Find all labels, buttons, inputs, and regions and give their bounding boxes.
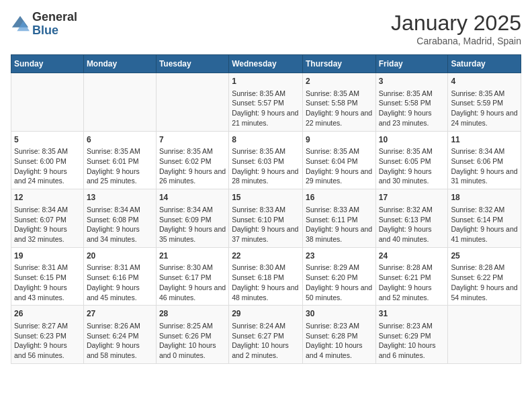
calendar-cell: 31Sunrise: 8:23 AMSunset: 6:29 PMDayligh… [375, 306, 448, 364]
calendar-cell [83, 73, 156, 132]
day-number: 19 [14, 250, 81, 262]
day-number: 21 [159, 250, 226, 262]
logo-text: General Blue [32, 11, 77, 38]
calendar-cell: 26Sunrise: 8:27 AMSunset: 6:23 PMDayligh… [11, 306, 84, 364]
calendar-cell: 18Sunrise: 8:32 AMSunset: 6:14 PMDayligh… [448, 189, 521, 248]
day-number: 26 [14, 308, 81, 320]
calendar-cell: 19Sunrise: 8:31 AMSunset: 6:15 PMDayligh… [11, 247, 84, 306]
day-info: Sunrise: 8:29 AMSunset: 6:20 PMDaylight:… [306, 263, 373, 302]
day-number: 4 [451, 76, 518, 87]
calendar-cell: 14Sunrise: 8:34 AMSunset: 6:09 PMDayligh… [156, 189, 228, 248]
calendar-cell: 6Sunrise: 8:35 AMSunset: 6:01 PMDaylight… [83, 131, 156, 189]
day-number: 14 [159, 192, 226, 203]
day-info: Sunrise: 8:34 AMSunset: 6:06 PMDaylight:… [451, 146, 518, 186]
calendar-cell [448, 306, 521, 364]
calendar-cell: 9Sunrise: 8:35 AMSunset: 6:04 PMDaylight… [302, 131, 375, 189]
calendar-cell: 3Sunrise: 8:35 AMSunset: 5:58 PMDaylight… [375, 73, 448, 132]
day-info: Sunrise: 8:35 AMSunset: 6:03 PMDaylight:… [232, 146, 300, 186]
day-number: 23 [306, 250, 373, 262]
day-number: 9 [306, 134, 373, 146]
header-sunday: Sunday [11, 55, 84, 73]
location: Carabana, Madrid, Spain [391, 36, 521, 46]
day-info: Sunrise: 8:34 AMSunset: 6:07 PMDaylight:… [14, 205, 81, 244]
calendar-cell: 7Sunrise: 8:35 AMSunset: 6:02 PMDaylight… [156, 131, 228, 189]
day-info: Sunrise: 8:26 AMSunset: 6:24 PMDaylight:… [87, 321, 153, 361]
logo-general: General [32, 11, 77, 24]
day-info: Sunrise: 8:35 AMSunset: 5:58 PMDaylight:… [379, 89, 445, 128]
day-number: 28 [159, 308, 226, 320]
day-number: 3 [379, 76, 445, 87]
day-info: Sunrise: 8:30 AMSunset: 6:17 PMDaylight:… [159, 263, 226, 302]
day-info: Sunrise: 8:28 AMSunset: 6:22 PMDaylight:… [451, 263, 518, 302]
calendar-body: 1Sunrise: 8:35 AMSunset: 5:57 PMDaylight… [11, 73, 521, 364]
logo-icon [11, 15, 30, 34]
calendar-cell: 13Sunrise: 8:34 AMSunset: 6:08 PMDayligh… [83, 189, 156, 248]
day-number: 25 [451, 250, 518, 262]
day-number: 15 [232, 192, 300, 203]
day-number: 1 [232, 76, 300, 87]
day-number: 22 [232, 250, 300, 262]
day-info: Sunrise: 8:35 AMSunset: 6:04 PMDaylight:… [306, 146, 373, 186]
header-tuesday: Tuesday [156, 55, 228, 73]
day-info: Sunrise: 8:27 AMSunset: 6:23 PMDaylight:… [14, 321, 81, 361]
day-info: Sunrise: 8:31 AMSunset: 6:16 PMDaylight:… [87, 263, 153, 302]
day-info: Sunrise: 8:35 AMSunset: 6:05 PMDaylight:… [379, 146, 445, 186]
day-info: Sunrise: 8:34 AMSunset: 6:08 PMDaylight:… [87, 205, 153, 244]
day-info: Sunrise: 8:23 AMSunset: 6:29 PMDaylight:… [379, 321, 445, 361]
header-thursday: Thursday [302, 55, 375, 73]
day-number: 18 [451, 192, 518, 203]
day-info: Sunrise: 8:33 AMSunset: 6:10 PMDaylight:… [232, 205, 300, 244]
calendar-cell: 5Sunrise: 8:35 AMSunset: 6:00 PMDaylight… [11, 131, 84, 189]
day-number: 2 [306, 76, 373, 87]
month-title: January 2025 [391, 11, 521, 36]
header-row: SundayMondayTuesdayWednesdayThursdayFrid… [11, 55, 521, 73]
header-saturday: Saturday [448, 55, 521, 73]
calendar-cell: 12Sunrise: 8:34 AMSunset: 6:07 PMDayligh… [11, 189, 84, 248]
day-info: Sunrise: 8:23 AMSunset: 6:28 PMDaylight:… [306, 321, 373, 361]
week-row-2: 12Sunrise: 8:34 AMSunset: 6:07 PMDayligh… [11, 189, 521, 248]
day-number: 27 [87, 308, 153, 320]
day-info: Sunrise: 8:35 AMSunset: 5:59 PMDaylight:… [451, 89, 518, 128]
day-info: Sunrise: 8:34 AMSunset: 6:09 PMDaylight:… [159, 205, 226, 244]
calendar-cell: 20Sunrise: 8:31 AMSunset: 6:16 PMDayligh… [83, 247, 156, 306]
day-info: Sunrise: 8:32 AMSunset: 6:13 PMDaylight:… [379, 205, 445, 244]
day-info: Sunrise: 8:30 AMSunset: 6:18 PMDaylight:… [232, 263, 300, 302]
header-friday: Friday [375, 55, 448, 73]
day-number: 13 [87, 192, 153, 203]
calendar-cell: 16Sunrise: 8:33 AMSunset: 6:11 PMDayligh… [302, 189, 375, 248]
day-number: 10 [379, 134, 445, 146]
calendar-cell: 11Sunrise: 8:34 AMSunset: 6:06 PMDayligh… [448, 131, 521, 189]
page-header: General Blue January 2025 Carabana, Madr… [11, 11, 521, 46]
calendar-cell: 21Sunrise: 8:30 AMSunset: 6:17 PMDayligh… [156, 247, 228, 306]
day-info: Sunrise: 8:24 AMSunset: 6:27 PMDaylight:… [232, 321, 300, 361]
day-info: Sunrise: 8:35 AMSunset: 5:57 PMDaylight:… [232, 89, 300, 128]
week-row-3: 19Sunrise: 8:31 AMSunset: 6:15 PMDayligh… [11, 247, 521, 306]
day-info: Sunrise: 8:31 AMSunset: 6:15 PMDaylight:… [14, 263, 81, 302]
day-info: Sunrise: 8:35 AMSunset: 6:02 PMDaylight:… [159, 146, 226, 186]
calendar-cell: 25Sunrise: 8:28 AMSunset: 6:22 PMDayligh… [448, 247, 521, 306]
calendar-cell: 4Sunrise: 8:35 AMSunset: 5:59 PMDaylight… [448, 73, 521, 132]
week-row-1: 5Sunrise: 8:35 AMSunset: 6:00 PMDaylight… [11, 131, 521, 189]
calendar-header: SundayMondayTuesdayWednesdayThursdayFrid… [11, 55, 521, 73]
calendar-cell: 17Sunrise: 8:32 AMSunset: 6:13 PMDayligh… [375, 189, 448, 248]
day-info: Sunrise: 8:35 AMSunset: 6:01 PMDaylight:… [87, 146, 153, 186]
day-number: 24 [379, 250, 445, 262]
day-number: 30 [306, 308, 373, 320]
calendar-cell: 22Sunrise: 8:30 AMSunset: 6:18 PMDayligh… [229, 247, 303, 306]
calendar-cell: 29Sunrise: 8:24 AMSunset: 6:27 PMDayligh… [229, 306, 303, 364]
day-number: 16 [306, 192, 373, 203]
day-number: 29 [232, 308, 300, 320]
logo-blue: Blue [32, 24, 77, 38]
calendar-cell: 2Sunrise: 8:35 AMSunset: 5:58 PMDaylight… [302, 73, 375, 132]
calendar-cell: 10Sunrise: 8:35 AMSunset: 6:05 PMDayligh… [375, 131, 448, 189]
header-monday: Monday [83, 55, 156, 73]
day-info: Sunrise: 8:28 AMSunset: 6:21 PMDaylight:… [379, 263, 445, 302]
week-row-4: 26Sunrise: 8:27 AMSunset: 6:23 PMDayligh… [11, 306, 521, 364]
calendar-cell: 1Sunrise: 8:35 AMSunset: 5:57 PMDaylight… [229, 73, 303, 132]
day-info: Sunrise: 8:32 AMSunset: 6:14 PMDaylight:… [451, 205, 518, 244]
calendar-cell: 23Sunrise: 8:29 AMSunset: 6:20 PMDayligh… [302, 247, 375, 306]
day-info: Sunrise: 8:35 AMSunset: 5:58 PMDaylight:… [306, 89, 373, 128]
day-number: 8 [232, 134, 300, 146]
header-wednesday: Wednesday [229, 55, 303, 73]
day-number: 11 [451, 134, 518, 146]
